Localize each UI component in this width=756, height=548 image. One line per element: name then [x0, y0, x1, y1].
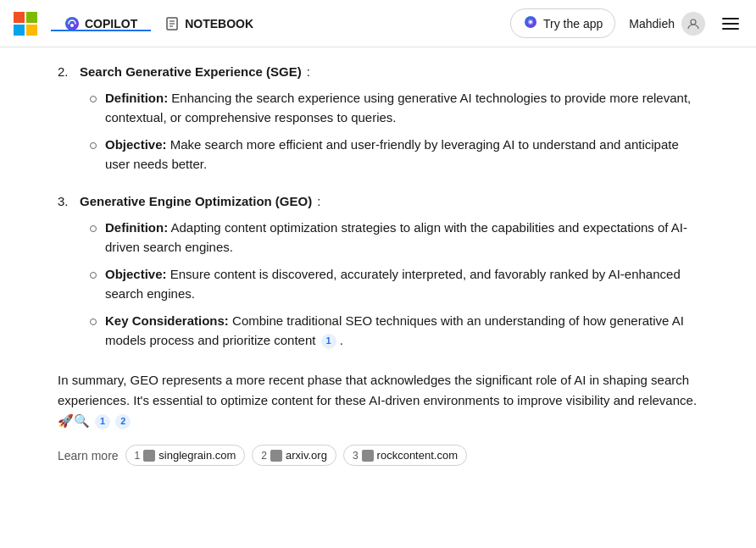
bullet-label: Key Considerations:: [105, 313, 229, 328]
list-item-2: 2. Search Generative Experience (SGE): D…: [58, 64, 698, 174]
list-item-2-header: 2. Search Generative Experience (SGE):: [58, 64, 698, 79]
link-1-favicon: [143, 450, 155, 462]
nav-tabs: COPILOT NOTEBOOK: [51, 16, 267, 31]
list-item: Definition: Adapting content optimizatio…: [88, 219, 698, 257]
main-content: 2. Search Generative Experience (SGE): D…: [0, 47, 756, 548]
user-name-label: Mahdieh: [629, 17, 675, 30]
copilot-icon: [64, 16, 80, 31]
try-app-icon: [523, 14, 538, 32]
learn-more-link-3[interactable]: 3 rockcontent.com: [343, 445, 467, 466]
summary-paragraph: In summary, GEO represents a more recent…: [58, 370, 698, 431]
citation-badge-1[interactable]: 1: [321, 334, 336, 349]
hamburger-line: [722, 28, 739, 30]
learn-more-link-1[interactable]: 1 singlegrain.com: [125, 445, 246, 466]
link-1-domain: singlegrain.com: [158, 449, 236, 462]
header: COPILOT NOTEBOOK: [0, 0, 756, 47]
tab-notebook[interactable]: NOTEBOOK: [151, 16, 267, 31]
citation-badge-summary-2[interactable]: 2: [115, 414, 131, 429]
item-2-number: 2.: [58, 64, 75, 79]
list-item-3: 3. Generative Engine Optimization (GEO):…: [58, 194, 698, 350]
bullet-label: Definition:: [105, 91, 168, 105]
learn-more-link-2[interactable]: 2 arxiv.org: [252, 445, 336, 466]
notebook-tab-label: NOTEBOOK: [185, 17, 253, 30]
bullet-label: Objective:: [105, 267, 167, 281]
item-3-number: 3.: [58, 194, 75, 208]
ms-logo-yellow: [26, 25, 37, 36]
summary-text: In summary, GEO represents a more recent…: [58, 373, 697, 407]
list-item: Definition: Enhancing the search experie…: [88, 89, 698, 127]
svg-point-9: [691, 19, 696, 25]
list-item: Objective: Ensure content is discovered,…: [88, 265, 698, 303]
svg-point-8: [530, 21, 532, 24]
trailing-period: .: [340, 333, 343, 347]
item-3-title: Generative Engine Optimization (GEO): [80, 194, 312, 208]
notebook-icon: [164, 16, 180, 31]
bullet-text: Ensure content is discovered, accurately…: [105, 267, 681, 301]
try-app-button[interactable]: Try the app: [510, 8, 615, 38]
list-item: Objective: Make search more efficient an…: [88, 136, 698, 174]
list-item-3-header: 3. Generative Engine Optimization (GEO):: [58, 194, 698, 208]
header-left: COPILOT NOTEBOOK: [14, 12, 267, 36]
try-app-label: Try the app: [543, 17, 603, 30]
ms-logo-red: [14, 12, 25, 23]
content-body: 2. Search Generative Experience (SGE): D…: [58, 64, 698, 466]
item-2-colon: :: [307, 64, 310, 79]
link-3-favicon: [362, 450, 374, 462]
svg-point-1: [70, 24, 74, 27]
user-section[interactable]: Mahdieh: [629, 12, 705, 36]
list-item: Key Considerations: Combine traditional …: [88, 312, 698, 350]
bullet-label: Definition:: [105, 220, 168, 235]
learn-more-label: Learn more: [58, 449, 119, 462]
link-3-number: 3: [353, 450, 359, 462]
hamburger-line: [722, 18, 739, 19]
summary-emojis: 🚀🔍: [58, 413, 90, 428]
item-3-sub-list: Definition: Adapting content optimizatio…: [88, 219, 698, 350]
item-2-title: Search Generative Experience (SGE): [80, 64, 302, 79]
citation-badge-summary-1[interactable]: 1: [95, 414, 110, 429]
user-avatar: [681, 12, 705, 36]
link-2-number: 2: [261, 450, 267, 462]
bullet-label: Objective:: [105, 137, 167, 152]
bullet-text: Enhancing the search experience using ge…: [105, 91, 691, 125]
link-3-domain: rockcontent.com: [377, 449, 458, 462]
tab-copilot[interactable]: COPILOT: [51, 16, 151, 31]
learn-more-section: Learn more 1 singlegrain.com 2: [58, 445, 698, 466]
link-1-number: 1: [135, 450, 141, 462]
bullet-text: Make search more efficient and user-frie…: [105, 137, 679, 171]
copilot-tab-label: COPILOT: [85, 17, 137, 30]
hamburger-line: [722, 23, 739, 25]
bullet-text: Adapting content optimization strategies…: [105, 220, 687, 254]
link-2-domain: arxiv.org: [286, 449, 327, 462]
item-3-colon: :: [317, 194, 320, 208]
header-right: Try the app Mahdieh: [510, 8, 742, 38]
ms-logo-green: [26, 12, 37, 23]
link-2-favicon: [270, 450, 282, 462]
microsoft-logo: [14, 12, 37, 36]
hamburger-menu-button[interactable]: [719, 14, 742, 33]
item-2-sub-list: Definition: Enhancing the search experie…: [88, 89, 698, 174]
ms-logo-blue: [14, 25, 25, 36]
